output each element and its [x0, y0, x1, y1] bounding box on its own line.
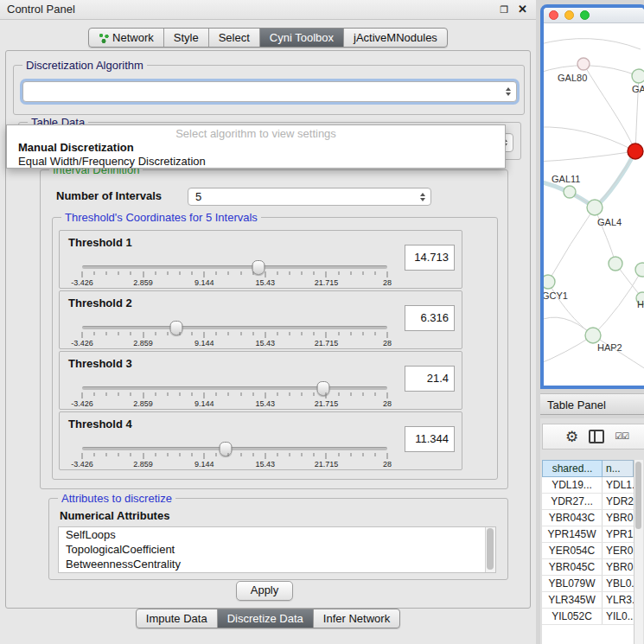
table-cell[interactable]: YPR145W	[542, 526, 603, 542]
threshold-value-field[interactable]: 14.713	[405, 245, 455, 271]
column-header[interactable]: shared...	[542, 460, 603, 477]
table-row[interactable]: YBR045CYBR0...	[542, 559, 634, 576]
table-row[interactable]: YIL052CYIL0...	[542, 609, 634, 625]
threshold-value-field[interactable]: 11.344	[405, 426, 455, 452]
table-cell[interactable]: YBL0...	[603, 576, 634, 591]
table-panel-titlebar[interactable]: Table Panel	[540, 393, 644, 415]
table-row[interactable]: YER054CYER0...	[542, 543, 634, 559]
table-cell[interactable]: YDL1...	[603, 477, 634, 493]
tab-infer-network[interactable]: Infer Network	[313, 609, 399, 628]
close-traffic-light-icon[interactable]	[549, 10, 558, 20]
network-edge[interactable]	[544, 127, 635, 151]
minimize-traffic-light-icon[interactable]	[564, 10, 574, 20]
network-node[interactable]	[544, 275, 555, 289]
table-cell[interactable]: YPR1...	[603, 526, 634, 542]
table-row[interactable]: YBL079WYBL0...	[542, 576, 634, 592]
cyni-toolbox-panel: Discretization Algorithm Select algorith…	[5, 50, 531, 609]
tick-label: -3.426	[71, 278, 93, 287]
slider-ticks	[82, 271, 387, 278]
network-edge[interactable]	[544, 335, 593, 365]
tab-discretize-data[interactable]: Discretize Data	[217, 609, 313, 628]
tick-label: 28	[383, 399, 392, 408]
network-node[interactable]	[632, 69, 644, 83]
table-cell[interactable]: YIL0...	[603, 609, 634, 624]
network-edge[interactable]	[548, 207, 595, 282]
network-node[interactable]	[609, 257, 622, 271]
slider-track[interactable]	[82, 326, 387, 329]
tick-mark	[277, 332, 277, 335]
network-edge[interactable]	[583, 64, 635, 151]
tab-impute-data[interactable]: Impute Data	[137, 609, 217, 628]
attribute-item[interactable]: SelfLoops	[59, 527, 495, 542]
numerical-attributes-list[interactable]: SelfLoopsTopologicalCoefficientBetweenne…	[58, 526, 496, 573]
tab-cyni-toolbox[interactable]: Cyni Toolbox	[259, 29, 343, 47]
table-scrollbar[interactable]	[634, 460, 643, 644]
list-scrollbar[interactable]	[485, 527, 495, 572]
slider-track[interactable]	[82, 447, 387, 450]
table-cell[interactable]: YDL19...	[542, 477, 603, 493]
network-node-selected[interactable]	[628, 143, 643, 159]
table-row[interactable]: YDR27...YDR2...	[542, 494, 634, 510]
algorithm-option[interactable]: Manual Discretization	[7, 141, 505, 155]
network-node[interactable]	[587, 200, 603, 215]
algorithm-option[interactable]: Equal Width/Frequency Discretization	[7, 155, 505, 169]
table-cell[interactable]: YLR345W	[542, 592, 603, 608]
table-row[interactable]: YLR345WYLR3...	[542, 592, 634, 609]
threshold-value-field[interactable]: 6.316	[405, 305, 455, 331]
network-edge[interactable]	[595, 151, 635, 207]
column-header[interactable]: n...	[603, 460, 634, 477]
network-edge[interactable]	[595, 207, 615, 264]
tick-mark	[277, 392, 277, 396]
table-cell[interactable]: YDR2...	[603, 494, 634, 509]
slider-track[interactable]	[82, 265, 387, 269]
network-edge[interactable]	[544, 151, 635, 162]
tab-network[interactable]: Network	[89, 29, 163, 47]
network-view-window: GAL80GAGAL11GAL4GCY1HAP2H	[540, 4, 644, 389]
tab-style[interactable]: Style	[163, 29, 208, 47]
table-cell[interactable]: YLR3...	[603, 592, 634, 608]
network-node[interactable]	[585, 328, 601, 343]
slider-track[interactable]	[82, 386, 387, 390]
scrollbar-thumb[interactable]	[487, 528, 494, 570]
tick-mark	[155, 271, 156, 275]
table-cell[interactable]: YIL052C	[542, 609, 603, 624]
columns-icon[interactable]	[589, 430, 604, 443]
select-columns-icon[interactable]: ☑☑	[615, 432, 628, 441]
table-cell[interactable]: YBR0...	[603, 510, 634, 526]
network-node[interactable]	[564, 186, 576, 198]
number-of-intervals-combobox[interactable]: 5	[188, 188, 431, 206]
zoom-traffic-light-icon[interactable]	[580, 10, 590, 20]
table-cell[interactable]: YER0...	[603, 543, 634, 558]
table-row[interactable]: YPR145WYPR1...	[542, 526, 634, 543]
table-cell[interactable]: YBR043C	[542, 510, 603, 526]
attribute-item[interactable]: TopologicalCoefficient	[59, 542, 495, 557]
table-cell[interactable]: YER054C	[542, 543, 603, 558]
table-row[interactable]: YBR043CYBR0...	[542, 510, 634, 526]
node-label: GAL80	[558, 73, 587, 83]
stepper-icon[interactable]	[502, 82, 514, 101]
network-edge[interactable]	[593, 270, 642, 335]
tab-jactivemnodules[interactable]: jActiveMNodules	[343, 29, 447, 47]
threshold-value-field[interactable]: 21.4	[405, 366, 455, 392]
gear-icon[interactable]: ⚙	[565, 430, 578, 444]
apply-button[interactable]: Apply	[236, 581, 293, 601]
table-row[interactable]: YDL19...YDL1...	[542, 477, 634, 494]
close-icon[interactable]: ✕	[518, 0, 527, 19]
network-node[interactable]	[635, 263, 644, 277]
table-cell[interactable]: YBR045C	[542, 559, 603, 575]
table-cell[interactable]: YBL079W	[542, 576, 603, 591]
number-of-intervals-label: Number of Intervals	[56, 189, 162, 202]
network-node[interactable]	[577, 58, 590, 70]
algorithm-combobox[interactable]	[22, 81, 517, 102]
network-edge[interactable]	[544, 39, 641, 49]
network-canvas[interactable]: GAL80GAGAL11GAL4GCY1HAP2H	[544, 23, 644, 373]
tick-mark	[143, 271, 143, 277]
stepper-icon[interactable]	[417, 188, 429, 205]
tab-select[interactable]: Select	[208, 29, 259, 47]
float-window-icon[interactable]: ❐	[500, 0, 508, 19]
node-label: GAL11	[552, 174, 580, 184]
table-cell[interactable]: YBR0...	[603, 559, 634, 575]
scrollbar-thumb[interactable]	[635, 462, 641, 529]
table-cell[interactable]: YDR27...	[542, 494, 603, 509]
attribute-item[interactable]: BetweennessCentrality	[59, 557, 495, 571]
